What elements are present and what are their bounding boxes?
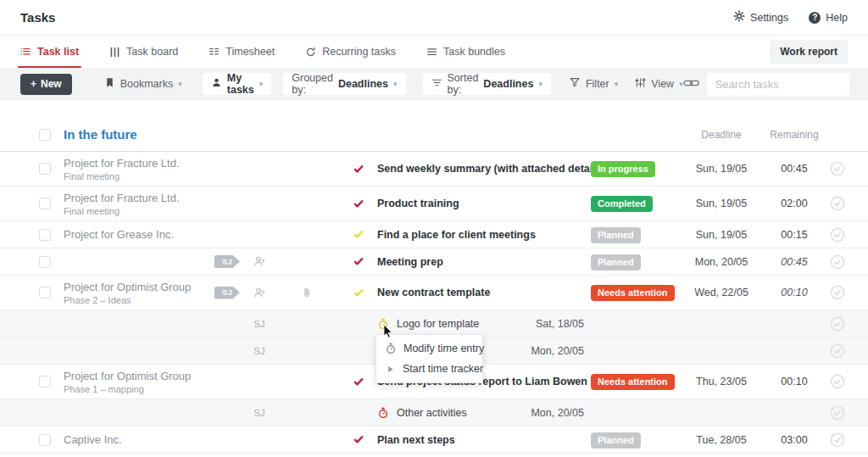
row-checkbox[interactable] [39, 198, 51, 209]
row-checkbox[interactable] [39, 256, 51, 268]
check-red-icon [353, 376, 364, 387]
task-title-cell[interactable]: Meeting prep [377, 256, 591, 268]
group-header-row: In the future Deadline Remaining [0, 118, 868, 152]
table-row[interactable]: Project for Fracture Ltd.Final meetingPr… [0, 187, 868, 221]
search-input[interactable] [707, 73, 849, 96]
complete-cell[interactable] [825, 432, 850, 448]
tab-label: Recurring tasks [322, 46, 396, 58]
table-row[interactable]: SJMeeting prepPlannedMon, 20/0500:45 [0, 248, 868, 276]
circle-check-icon [830, 227, 845, 242]
task-title-cell[interactable]: New contract template [377, 287, 591, 298]
timer-red-icon[interactable] [377, 407, 389, 419]
row-checkbox[interactable] [39, 434, 51, 446]
project-name: Project for Optimist Group [64, 281, 214, 293]
my-tasks-dropdown[interactable]: My tasks ▾ [203, 73, 272, 95]
complete-cell[interactable] [825, 405, 850, 421]
check-red-icon [353, 164, 364, 175]
bookmarks-button[interactable]: Bookmarks ▾ [104, 77, 182, 91]
subtask-row[interactable]: SJOther activitiesMon, 20/05 [0, 399, 868, 426]
complete-cell[interactable] [825, 161, 850, 176]
table-row[interactable]: Project for Optimist GroupPhase 2 – Idea… [0, 276, 868, 310]
bookmark-icon [104, 77, 115, 91]
priority-check-cell [340, 287, 377, 298]
complete-cell[interactable] [825, 285, 850, 300]
tab-recurring-tasks[interactable]: Recurring tasks [305, 36, 396, 68]
chevron-down-icon: ▾ [178, 80, 182, 88]
delegate-cell [245, 255, 274, 268]
circle-check-icon [830, 161, 845, 176]
status-cell: Needs attention [591, 284, 679, 301]
subtask-title[interactable]: Other activities [397, 407, 467, 419]
remaining-cell: 02:00 [764, 198, 825, 209]
help-button[interactable]: ? Help [809, 10, 848, 25]
project-name: Project for Grease Inc. [64, 228, 214, 241]
task-title-cell[interactable]: Send weekly summary (with attached detai… [377, 163, 591, 175]
paperclip-icon [301, 287, 313, 298]
board-icon [109, 47, 120, 58]
subtask-content: Other activitiesMon, 20/05 [377, 407, 591, 419]
priority-check-cell [340, 376, 377, 387]
task-rows: Project for Fracture Ltd.Final meetingSe… [0, 152, 868, 454]
table-row[interactable]: Project for Grease Inc.Find a place for … [0, 221, 868, 248]
project-name: Project for Fracture Ltd. [64, 192, 214, 204]
tab-task-bundles[interactable]: Task bundles [426, 36, 505, 68]
complete-cell[interactable] [825, 227, 850, 242]
filter-dropdown[interactable]: Filter ▾ [570, 77, 618, 91]
list-icon [20, 47, 31, 58]
project-cell: Project for Optimist GroupPhase 1 – mapp… [64, 370, 214, 394]
complete-cell[interactable] [825, 374, 850, 389]
circle-check-icon [830, 405, 845, 421]
assignee-tag: SJ [214, 287, 240, 299]
link-icon [683, 78, 699, 91]
new-task-button[interactable]: + New [20, 74, 72, 95]
check-red-icon [353, 198, 364, 209]
sorted-by-dropdown[interactable]: Sorted by: Deadlines ▾ [423, 73, 551, 95]
table-row[interactable]: Project for Fracture Ltd.Final meetingSe… [0, 152, 868, 187]
deadline-cell: Tue, 28/05 [679, 434, 764, 446]
row-checkbox[interactable] [39, 376, 51, 387]
deadline-cell: Sun, 19/05 [679, 163, 764, 175]
subtask-date: Mon, 20/05 [531, 407, 591, 419]
chevron-down-icon: ▾ [393, 80, 398, 88]
table-row[interactable]: Captive Inc.Plan next stepsPlannedTue, 2… [0, 426, 868, 454]
complete-cell[interactable] [825, 316, 850, 332]
task-title-cell[interactable]: Product training [377, 198, 591, 209]
chevron-down-icon: ▾ [538, 80, 542, 88]
complete-cell[interactable] [825, 254, 850, 270]
row-checkbox[interactable] [39, 287, 51, 298]
timer-gray-icon [385, 343, 397, 354]
subtask-title[interactable]: Logo for template [397, 318, 479, 330]
tag-cell: SJ [214, 287, 245, 299]
tab-timesheet[interactable]: Timesheet [209, 36, 275, 68]
page-title: Tasks [20, 10, 55, 25]
row-checkbox[interactable] [39, 229, 51, 241]
status-cell: Needs attention [591, 373, 679, 390]
context-menu-item-start-time-tracker[interactable]: Start time tracker [376, 359, 482, 379]
project-name: Project for Fracture Ltd. [64, 157, 214, 170]
complete-cell[interactable] [825, 343, 850, 359]
tab-label: Task bundles [443, 46, 505, 58]
group-title[interactable]: In the future [64, 127, 591, 142]
help-label: Help [826, 12, 848, 24]
tab-task-list[interactable]: Task list [20, 36, 79, 68]
deadline-cell: Mon, 20/05 [679, 256, 764, 268]
work-report-button[interactable]: Work report [770, 40, 848, 64]
group-checkbox[interactable] [39, 129, 51, 141]
complete-cell[interactable] [825, 196, 850, 211]
view-dropdown[interactable]: View ▾ [635, 77, 682, 91]
delegate-icon [253, 287, 266, 299]
task-title-cell[interactable]: Find a place for client meetings [377, 229, 591, 241]
status-badge: Planned [591, 227, 641, 243]
project-phase: Final meeting [64, 171, 214, 181]
circle-check-icon [830, 316, 845, 332]
status-cell: Planned [591, 254, 679, 270]
row-checkbox[interactable] [39, 163, 51, 175]
task-title-cell[interactable]: Plan next steps [377, 434, 591, 446]
deadline-cell: Sun, 19/05 [679, 229, 764, 241]
recurring-icon [305, 47, 316, 58]
priority-check-cell [340, 229, 377, 240]
tab-task-board[interactable]: Task board [109, 36, 178, 68]
settings-button[interactable]: Settings [733, 10, 788, 25]
settings-label: Settings [750, 12, 788, 24]
grouped-by-dropdown[interactable]: Grouped by: Deadlines ▾ [283, 73, 405, 95]
